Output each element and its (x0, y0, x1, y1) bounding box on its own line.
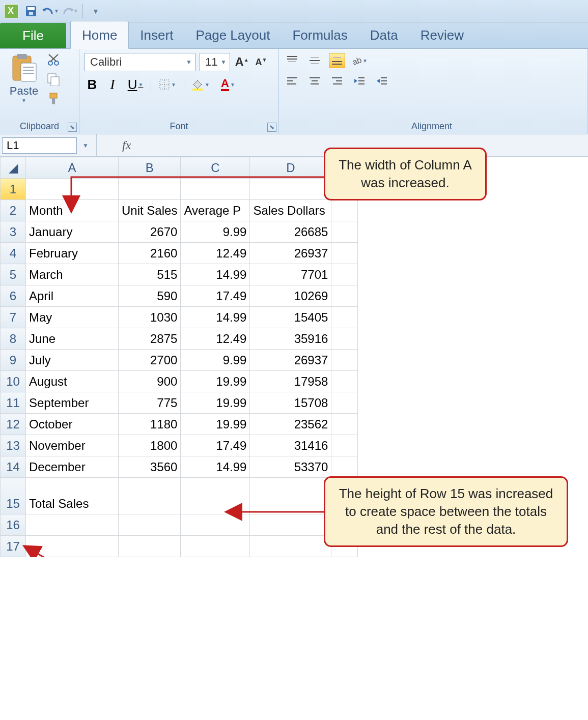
cell-D9[interactable]: 26937 (250, 350, 331, 371)
insert-function-button[interactable]: fx (122, 138, 131, 152)
align-top-button[interactable] (284, 53, 300, 68)
row-header-8[interactable]: 8 (1, 328, 26, 350)
cell-B3[interactable]: 2670 (119, 221, 181, 243)
cell-B4[interactable]: 2160 (119, 243, 181, 264)
align-left-button[interactable] (284, 73, 300, 89)
cell-C2[interactable]: Average P (181, 200, 250, 221)
cell-A16[interactable] (26, 514, 119, 536)
row-header-12[interactable]: 12 (1, 414, 26, 435)
cell-D15[interactable] (250, 478, 331, 514)
row-header-6[interactable]: 6 (1, 285, 26, 307)
cell-E2[interactable] (331, 200, 358, 221)
font-name-combo[interactable]: Calibri ▼ (85, 53, 195, 71)
decrease-indent-button[interactable] (351, 73, 368, 89)
row-header-9[interactable]: 9 (1, 350, 26, 371)
tab-page-layout[interactable]: Page Layout (184, 21, 281, 48)
cell-A1[interactable] (26, 179, 119, 200)
select-all-corner[interactable]: ◢ (1, 157, 26, 179)
cell-E11[interactable] (331, 392, 358, 414)
fill-color-button[interactable]: ▼ (189, 78, 212, 91)
cell-A14[interactable]: December (26, 456, 119, 478)
cut-button[interactable] (46, 53, 61, 67)
cell-C5[interactable]: 14.99 (181, 264, 250, 285)
cell-B16[interactable] (119, 514, 181, 536)
cell-D4[interactable]: 26937 (250, 243, 331, 264)
row-header-15[interactable]: 15 (1, 478, 26, 514)
name-box-dropdown[interactable]: ▼ (77, 137, 94, 154)
cell-B2[interactable]: Unit Sales (119, 200, 181, 221)
cell-B17[interactable] (119, 536, 181, 557)
shrink-font-button[interactable]: A▼ (254, 54, 269, 70)
copy-button[interactable] (46, 72, 61, 87)
cell-C12[interactable]: 19.99 (181, 414, 250, 435)
cell-C11[interactable]: 19.99 (181, 392, 250, 414)
align-right-button[interactable] (329, 73, 345, 89)
cell-D16[interactable] (250, 514, 331, 536)
redo-button[interactable]: ▼ (61, 3, 78, 19)
cell-E6[interactable] (331, 285, 358, 307)
cell-C7[interactable]: 14.99 (181, 307, 250, 328)
cell-B10[interactable]: 900 (119, 371, 181, 392)
cell-D12[interactable]: 23562 (250, 414, 331, 435)
col-header-D[interactable]: D (250, 157, 331, 179)
cell-A15[interactable]: Total Sales (26, 478, 119, 514)
cell-B14[interactable]: 3560 (119, 456, 181, 478)
increase-indent-button[interactable] (374, 73, 390, 89)
align-center-button[interactable] (306, 73, 323, 89)
italic-button[interactable]: I (105, 76, 120, 93)
cell-A11[interactable]: September (26, 392, 119, 414)
customize-qat-button[interactable]: ▼ (87, 3, 104, 19)
font-size-combo[interactable]: 11 ▼ (200, 53, 230, 71)
cell-D2[interactable]: Sales Dollars (250, 200, 331, 221)
cell-D17[interactable] (250, 536, 331, 557)
cell-A8[interactable]: June (26, 328, 119, 350)
cell-A7[interactable]: May (26, 307, 119, 328)
cell-E13[interactable] (331, 435, 358, 456)
row-header-7[interactable]: 7 (1, 307, 26, 328)
cell-C14[interactable]: 14.99 (181, 456, 250, 478)
cell-A5[interactable]: March (26, 264, 119, 285)
cell-D14[interactable]: 53370 (250, 456, 331, 478)
row-header-11[interactable]: 11 (1, 392, 26, 414)
cell-D13[interactable]: 31416 (250, 435, 331, 456)
font-dialog-launcher[interactable]: ⬊ (267, 123, 276, 132)
cell-B12[interactable]: 1180 (119, 414, 181, 435)
cell-C13[interactable]: 17.49 (181, 435, 250, 456)
cell-A3[interactable]: January (26, 221, 119, 243)
cell-A9[interactable]: July (26, 350, 119, 371)
cell-B15[interactable] (119, 478, 181, 514)
save-button[interactable] (22, 3, 40, 19)
cell-E5[interactable] (331, 264, 358, 285)
cell-A6[interactable]: April (26, 285, 119, 307)
cell-D5[interactable]: 7701 (250, 264, 331, 285)
align-bottom-button[interactable] (329, 53, 345, 68)
align-middle-button[interactable] (306, 53, 323, 68)
cell-D8[interactable]: 35916 (250, 328, 331, 350)
cell-E10[interactable] (331, 371, 358, 392)
tab-insert[interactable]: Insert (129, 21, 184, 48)
cell-A2[interactable]: Month (26, 200, 119, 221)
tab-formulas[interactable]: Formulas (281, 21, 358, 48)
cell-D3[interactable]: 26685 (250, 221, 331, 243)
row-header-10[interactable]: 10 (1, 371, 26, 392)
cell-D6[interactable]: 10269 (250, 285, 331, 307)
cell-D7[interactable]: 15405 (250, 307, 331, 328)
underline-button[interactable]: U▼ (125, 77, 146, 93)
cell-C9[interactable]: 9.99 (181, 350, 250, 371)
cell-C17[interactable] (181, 536, 250, 557)
cell-A10[interactable]: August (26, 371, 119, 392)
grow-font-button[interactable]: A▲ (234, 54, 249, 70)
cell-B8[interactable]: 2875 (119, 328, 181, 350)
clipboard-dialog-launcher[interactable]: ⬊ (68, 123, 77, 132)
tab-data[interactable]: Data (359, 21, 409, 48)
cell-B7[interactable]: 1030 (119, 307, 181, 328)
font-color-button[interactable]: A ▼ (217, 78, 239, 91)
cell-D11[interactable]: 15708 (250, 392, 331, 414)
name-box[interactable]: L1 (2, 137, 77, 154)
row-header-17[interactable]: 17 (1, 536, 26, 557)
cell-D1[interactable] (250, 179, 331, 200)
cell-E7[interactable] (331, 307, 358, 328)
col-header-C[interactable]: C (181, 157, 250, 179)
col-header-B[interactable]: B (119, 157, 181, 179)
cell-A12[interactable]: October (26, 414, 119, 435)
